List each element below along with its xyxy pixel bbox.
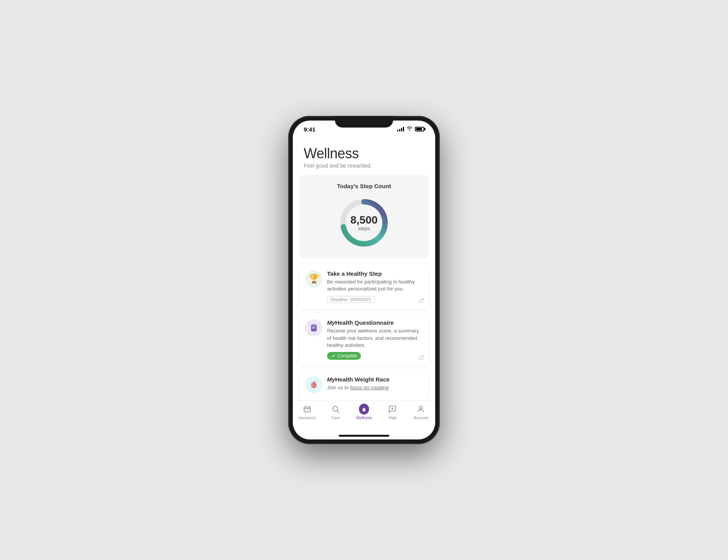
activity-card-take-healthy-step[interactable]: 🏆 Take a Healthy Step Be rewarded for pa… [299, 264, 429, 309]
page-header: Wellness Feel good and be rewarded. [293, 138, 435, 175]
phone-notch [335, 116, 393, 128]
svg-rect-11 [304, 407, 310, 412]
account-icon [416, 404, 426, 414]
care-icon [331, 404, 341, 414]
card-title-myhealth-questionnaire: MyHealth Questionnaire [327, 319, 423, 326]
signal-icon [397, 127, 404, 131]
phone-frame: 9:41 [288, 116, 440, 444]
status-time: 9:41 [304, 126, 315, 133]
card-title-take-healthy-step: Take a Healthy Step [327, 270, 423, 277]
nav-label-insurance: Insurance [299, 416, 316, 420]
svg-rect-6 [312, 328, 315, 329]
nav-label-help: Help [388, 416, 397, 420]
card-body-myhealth-questionnaire: MyHealth Questionnaire Receive your well… [327, 319, 423, 360]
nav-item-insurance[interactable]: Insurance [293, 404, 321, 420]
bottom-nav: Insurance Care [293, 401, 435, 432]
svg-line-2 [421, 299, 424, 301]
step-count-card: Today's Step Count [299, 175, 429, 258]
external-link-icon-2[interactable] [419, 355, 424, 361]
card-icon-apple [305, 376, 322, 393]
card-desc-myhealth-weight-race: Join us to focus on creating [327, 384, 423, 391]
step-count-label: steps [350, 226, 378, 231]
step-count-title: Today's Step Count [337, 183, 391, 189]
wellness-nav-icon [359, 404, 369, 414]
help-icon [387, 404, 397, 414]
complete-badge: Complete [327, 352, 361, 360]
nav-item-wellness[interactable]: Wellness [350, 404, 378, 420]
step-count-value: 8,500 [350, 215, 378, 226]
card-body-myhealth-weight-race: MyHealth Weight Race Join us to focus on… [327, 376, 423, 394]
activity-card-myhealth-weight-race[interactable]: MyHealth Weight Race Join us to focus on… [299, 370, 429, 401]
nav-label-care: Care [331, 416, 340, 420]
step-count-donut: 8,500 steps [337, 196, 391, 250]
deadline-badge: Deadline: 10/20/2021 [327, 296, 375, 303]
nav-label-account: Account [414, 416, 428, 420]
svg-line-18 [337, 411, 339, 413]
svg-point-22 [420, 406, 422, 409]
nav-item-help[interactable]: Help [378, 404, 407, 420]
activity-card-myhealth-questionnaire[interactable]: MyHealth Questionnaire Receive your well… [299, 313, 429, 366]
external-link-icon[interactable] [419, 298, 424, 304]
svg-line-7 [421, 355, 424, 358]
insurance-icon [302, 404, 312, 414]
svg-rect-5 [312, 327, 315, 327]
card-body-take-healthy-step: Take a Healthy Step Be rewarded for part… [327, 270, 423, 303]
card-title-myhealth-weight-race: MyHealth Weight Race [327, 376, 423, 383]
nav-item-account[interactable]: Account [407, 404, 435, 420]
status-icons [397, 126, 424, 132]
page-title: Wellness [304, 145, 424, 162]
screen-content[interactable]: Wellness Feel good and be rewarded. Toda… [293, 138, 435, 401]
nav-item-care[interactable]: Care [321, 404, 350, 420]
card-icon-clipboard [305, 319, 322, 336]
card-desc-myhealth-questionnaire: Receive your wellness score, a summary o… [327, 327, 423, 349]
svg-point-9 [312, 383, 314, 388]
page-subtitle: Feel good and be rewarded. [304, 163, 424, 169]
card-desc-take-healthy-step: Be rewarded for participating in healthy… [327, 278, 423, 292]
donut-center: 8,500 steps [350, 215, 378, 231]
home-indicator [293, 432, 435, 439]
svg-point-19 [362, 408, 366, 411]
svg-rect-4 [312, 324, 315, 326]
activity-cards: 🏆 Take a Healthy Step Be rewarded for pa… [293, 264, 435, 401]
card-icon-trophy: 🏆 [305, 270, 322, 287]
phone-screen: 9:41 [293, 121, 435, 439]
svg-point-17 [332, 406, 338, 411]
battery-icon [415, 127, 424, 131]
wifi-icon [406, 126, 413, 132]
nav-label-wellness: Wellness [356, 416, 372, 420]
home-bar [339, 435, 389, 437]
